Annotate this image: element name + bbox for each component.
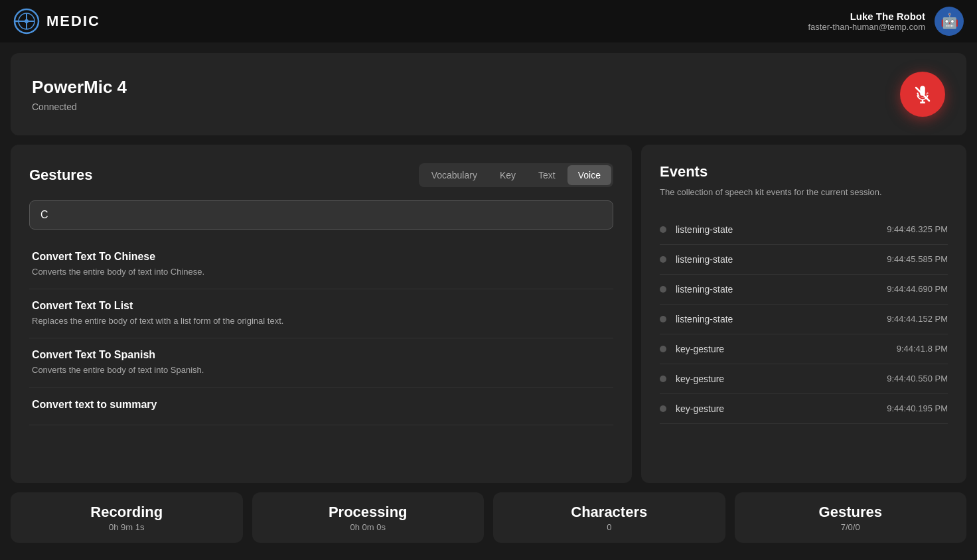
- events-list: listening-state 9:44:46.325 PM listening…: [660, 215, 948, 465]
- main-content: PowerMic 4 Connected Gestures Vocabulary…: [0, 42, 977, 553]
- event-item: listening-state 9:44:45.585 PM: [660, 245, 948, 275]
- stat-card: Processing 0h 0m 0s: [252, 492, 485, 543]
- event-item: key-gesture 9:44:41.8 PM: [660, 334, 948, 364]
- event-dot: [660, 376, 666, 382]
- event-name: listening-state: [676, 314, 877, 324]
- event-dot: [660, 226, 666, 233]
- stat-sublabel: 0h 9m 1s: [109, 522, 144, 532]
- mic-icon: [913, 84, 933, 104]
- event-time: 9:44:45.585 PM: [887, 254, 948, 264]
- device-name: PowerMic 4: [32, 77, 127, 98]
- stat-sublabel: 0h 0m 0s: [350, 522, 386, 532]
- user-section: Luke The Robot faster-than-human@temp.co…: [808, 7, 964, 36]
- event-name: key-gesture: [676, 403, 877, 414]
- gesture-item-name: Convert Text To Spanish: [32, 349, 611, 361]
- event-item: listening-state 9:44:46.325 PM: [660, 215, 948, 245]
- event-item: key-gesture 9:44:40.550 PM: [660, 364, 948, 394]
- tab-text[interactable]: Text: [528, 165, 566, 185]
- stat-card: Gestures 7/0/0: [735, 492, 967, 543]
- stat-sublabel: 0: [607, 522, 611, 532]
- event-dot: [660, 316, 666, 322]
- stat-label: Gestures: [819, 504, 882, 521]
- user-info: Luke The Robot faster-than-human@temp.co…: [808, 11, 926, 32]
- stat-label: Characters: [571, 504, 647, 521]
- event-dot: [660, 286, 666, 293]
- device-status: Connected: [32, 102, 127, 112]
- event-name: listening-state: [676, 284, 877, 295]
- avatar: 🤖: [935, 7, 964, 36]
- event-item: listening-state 9:44:44.690 PM: [660, 275, 948, 305]
- user-name: Luke The Robot: [808, 11, 926, 22]
- gesture-item-name: Convert text to summary: [32, 399, 611, 411]
- device-info: PowerMic 4 Connected: [32, 77, 127, 112]
- search-input[interactable]: [29, 200, 613, 230]
- stat-sublabel: 7/0/0: [841, 522, 860, 532]
- events-panel: Events The collection of speech kit even…: [641, 145, 966, 483]
- gesture-item-desc: Replaces the entire body of text with a …: [32, 315, 611, 327]
- logo: MEDIC: [13, 8, 100, 35]
- bottom-stats: Recording 0h 9m 1s Processing 0h 0m 0s C…: [11, 492, 966, 543]
- event-time: 9:44:44.152 PM: [887, 314, 948, 324]
- event-time: 9:44:44.690 PM: [887, 284, 948, 294]
- stat-label: Recording: [90, 504, 163, 521]
- stat-card: Characters 0: [493, 492, 725, 543]
- event-name: listening-state: [676, 254, 877, 265]
- gestures-panel: Gestures Vocabulary Key Text Voice Conve…: [11, 145, 632, 483]
- tab-voice[interactable]: Voice: [567, 165, 611, 185]
- event-name: key-gesture: [676, 344, 887, 354]
- event-dot: [660, 346, 666, 352]
- gesture-item-name: Convert Text To List: [32, 300, 611, 312]
- header: MEDIC Luke The Robot faster-than-human@t…: [0, 0, 977, 42]
- tab-group: Vocabulary Key Text Voice: [419, 163, 613, 187]
- gesture-item[interactable]: Convert Text To Chinese Converts the ent…: [29, 240, 613, 289]
- stat-label: Processing: [329, 504, 408, 521]
- event-item: listening-state 9:44:44.152 PM: [660, 305, 948, 334]
- events-subtitle: The collection of speech kit events for …: [660, 186, 948, 199]
- gesture-item[interactable]: Convert Text To List Replaces the entire…: [29, 289, 613, 338]
- event-name: listening-state: [676, 224, 877, 235]
- event-dot: [660, 405, 666, 412]
- events-title: Events: [660, 163, 948, 180]
- event-dot: [660, 256, 666, 263]
- logo-text: MEDIC: [46, 13, 100, 30]
- tab-key[interactable]: Key: [489, 165, 526, 185]
- event-item: key-gesture 9:44:40.195 PM: [660, 394, 948, 424]
- tab-vocabulary[interactable]: Vocabulary: [421, 165, 488, 185]
- event-time: 9:44:40.550 PM: [887, 374, 948, 384]
- event-time: 9:44:41.8 PM: [897, 344, 948, 354]
- gesture-item-desc: Converts the entire body of text into Sp…: [32, 364, 611, 376]
- svg-point-4: [25, 19, 29, 23]
- gesture-item[interactable]: Convert Text To Spanish Converts the ent…: [29, 338, 613, 387]
- mic-button[interactable]: [900, 72, 945, 117]
- event-time: 9:44:40.195 PM: [887, 403, 948, 413]
- gestures-title: Gestures: [29, 167, 92, 184]
- gestures-header: Gestures Vocabulary Key Text Voice: [29, 163, 613, 187]
- event-name: key-gesture: [676, 374, 877, 384]
- logo-icon: [13, 8, 40, 35]
- device-card: PowerMic 4 Connected: [11, 53, 966, 135]
- gesture-item-desc: Converts the entire body of text into Ch…: [32, 266, 611, 278]
- gesture-item[interactable]: Convert text to summary: [29, 388, 613, 425]
- middle-section: Gestures Vocabulary Key Text Voice Conve…: [11, 145, 966, 483]
- gesture-item-name: Convert Text To Chinese: [32, 251, 611, 263]
- gesture-list: Convert Text To Chinese Converts the ent…: [29, 240, 613, 464]
- stat-card: Recording 0h 9m 1s: [11, 492, 243, 543]
- user-email: faster-than-human@temp.com: [808, 22, 926, 32]
- event-time: 9:44:46.325 PM: [887, 224, 948, 234]
- avatar-emoji: 🤖: [940, 13, 958, 30]
